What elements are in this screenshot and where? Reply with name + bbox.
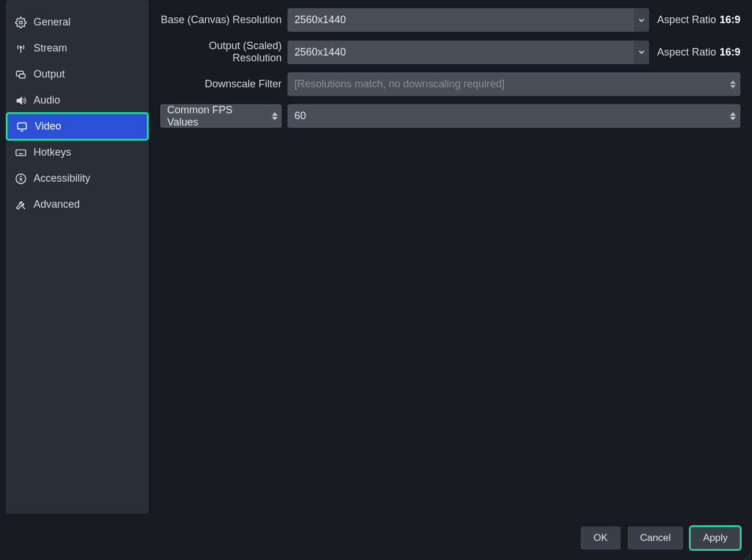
downscale-filter-select[interactable]: [Resolutions match, no downscaling requi… bbox=[287, 72, 740, 96]
output-aspect-ratio: Aspect Ratio 16:9 bbox=[655, 46, 740, 58]
svg-point-11 bbox=[744, 558, 746, 559]
gear-icon bbox=[15, 17, 27, 28]
apply-button[interactable]: Apply bbox=[690, 526, 740, 550]
settings-sidebar: General Stream Output Audio Video bbox=[6, 0, 149, 514]
sidebar-item-label: Video bbox=[35, 120, 61, 132]
stepper-icon bbox=[725, 104, 740, 128]
sidebar-item-label: Stream bbox=[34, 42, 67, 54]
sidebar-item-label: Output bbox=[34, 68, 65, 80]
antenna-icon bbox=[15, 43, 27, 54]
accessibility-icon bbox=[15, 173, 27, 185]
output-resolution-label: Output (Scaled) Resolution bbox=[160, 40, 282, 64]
svg-point-7 bbox=[20, 175, 22, 177]
svg-point-10 bbox=[749, 556, 750, 557]
resize-grip-icon[interactable] bbox=[743, 551, 751, 559]
sidebar-item-label: General bbox=[34, 16, 71, 28]
downscale-filter-row: Downscale Filter [Resolutions match, no … bbox=[160, 72, 740, 96]
sidebar-item-label: Audio bbox=[34, 94, 60, 106]
sidebar-item-label: Advanced bbox=[34, 198, 80, 211]
speaker-icon bbox=[15, 95, 27, 106]
settings-window: General Stream Output Audio Video bbox=[0, 0, 752, 560]
svg-point-12 bbox=[747, 558, 748, 559]
base-resolution-value: 2560x1440 bbox=[294, 14, 634, 26]
sidebar-item-output[interactable]: Output bbox=[6, 61, 149, 87]
output-resolution-select[interactable]: 2560x1440 bbox=[287, 40, 649, 64]
fps-mode-select[interactable]: Common FPS Values bbox=[160, 104, 282, 128]
stepper-icon bbox=[725, 72, 740, 96]
output-resolution-value: 2560x1440 bbox=[294, 46, 634, 58]
fps-mode-label: Common FPS Values bbox=[167, 104, 263, 128]
sidebar-item-stream[interactable]: Stream bbox=[6, 35, 149, 61]
base-resolution-row: Base (Canvas) Resolution 2560x1440 Aspec… bbox=[160, 8, 740, 32]
svg-point-9 bbox=[747, 556, 748, 557]
svg-rect-4 bbox=[18, 123, 27, 129]
cancel-button[interactable]: Cancel bbox=[628, 526, 684, 550]
sidebar-item-accessibility[interactable]: Accessibility bbox=[6, 165, 149, 191]
tools-icon bbox=[15, 199, 27, 211]
svg-rect-5 bbox=[16, 150, 26, 156]
svg-point-8 bbox=[749, 554, 750, 555]
chevron-down-icon bbox=[634, 8, 649, 32]
sidebar-item-video[interactable]: Video bbox=[7, 113, 148, 139]
output-icon bbox=[15, 69, 27, 80]
sidebar-item-audio[interactable]: Audio bbox=[6, 87, 149, 113]
dialog-footer: OK Cancel Apply bbox=[581, 526, 740, 550]
fps-value-select[interactable]: 60 bbox=[287, 104, 740, 128]
output-resolution-row: Output (Scaled) Resolution 2560x1440 Asp… bbox=[160, 40, 740, 64]
svg-point-0 bbox=[20, 21, 23, 24]
video-settings-panel: Base (Canvas) Resolution 2560x1440 Aspec… bbox=[149, 0, 752, 560]
svg-rect-3 bbox=[20, 74, 25, 78]
sidebar-item-label: Hotkeys bbox=[34, 146, 71, 159]
chevron-down-icon bbox=[634, 40, 649, 64]
sidebar-item-label: Accessibility bbox=[34, 172, 90, 185]
fps-row: Common FPS Values 60 bbox=[160, 104, 740, 128]
base-resolution-label: Base (Canvas) Resolution bbox=[160, 14, 282, 26]
monitor-icon bbox=[16, 121, 28, 132]
svg-point-13 bbox=[749, 558, 750, 559]
fps-value: 60 bbox=[294, 110, 725, 122]
sidebar-item-advanced[interactable]: Advanced bbox=[6, 191, 149, 218]
ok-button[interactable]: OK bbox=[581, 526, 621, 550]
sidebar-item-hotkeys[interactable]: Hotkeys bbox=[6, 139, 149, 165]
stepper-icon bbox=[267, 104, 282, 128]
base-resolution-select[interactable]: 2560x1440 bbox=[287, 8, 649, 32]
svg-point-1 bbox=[20, 46, 22, 48]
downscale-filter-label: Downscale Filter bbox=[160, 78, 282, 90]
base-aspect-ratio: Aspect Ratio 16:9 bbox=[655, 14, 740, 26]
keyboard-icon bbox=[15, 147, 27, 159]
downscale-filter-value: [Resolutions match, no downscaling requi… bbox=[294, 78, 725, 90]
sidebar-item-general[interactable]: General bbox=[6, 9, 149, 35]
